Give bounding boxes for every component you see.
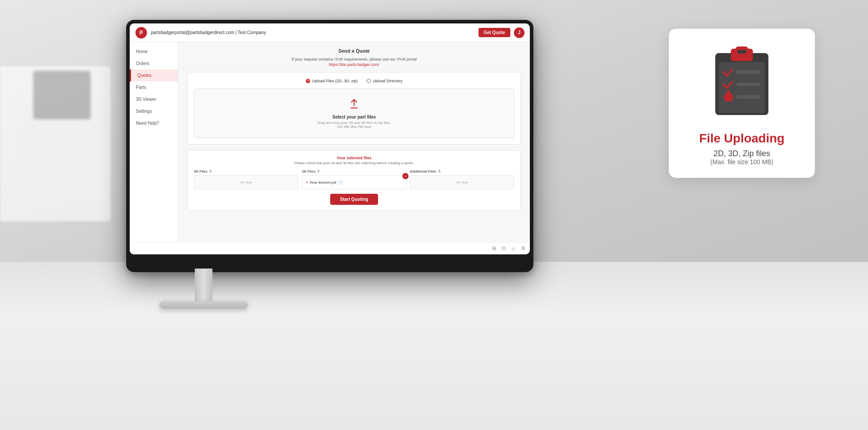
monitor-stand-base [159, 301, 248, 309]
file-chip-2d: + Rear Bracket.pdf 📄 [306, 180, 343, 184]
info-card-title: File Uploading [681, 131, 802, 146]
info-card-subtitle: 2D, 3D, Zip files [681, 149, 802, 158]
svg-rect-12 [737, 95, 760, 99]
header-email: partsbadgerportal@partsbadgerdirect.com [151, 30, 234, 35]
app-container: P partsbadgerportal@partsbadgerdirect.co… [130, 23, 530, 254]
bg-decoration-left2 [22, 111, 106, 199]
sort-additional-icon[interactable]: ⇅ [438, 169, 441, 173]
bg-small-monitor [33, 71, 91, 119]
header-right: Get Quote J [478, 27, 525, 38]
svg-rect-7 [737, 50, 746, 54]
file-slot-2d: + Rear Bracket.pdf 📄 × [302, 175, 406, 189]
clipboard-illustration [706, 42, 777, 122]
header-company-name: Test.Company [238, 30, 266, 35]
upload-section: Upload Files (2D, 3D, zip) Upload Direct… [187, 72, 521, 145]
svg-rect-2 [351, 108, 358, 108]
col-2d-header: 2D Files ⇅ [302, 169, 406, 173]
logo-icon: P [135, 27, 147, 39]
file-remove-button[interactable]: × [402, 173, 409, 179]
drop-zone-subtitle1: Drag and drop your 2D and 3D files or zi… [203, 121, 505, 125]
svg-rect-11 [725, 96, 733, 101]
info-card: File Uploading 2D, 3D, Zip files (Max. f… [669, 29, 815, 178]
sidebar-item-needhelp[interactable]: Need Help? [130, 117, 178, 129]
sidebar-item-settings[interactable]: Settings [130, 105, 178, 117]
col-2d: 2D Files ⇅ + Rear Bracket.pdf 📄 [302, 169, 406, 189]
no-files-3d: No files [240, 180, 252, 184]
upload-options: Upload Files (2D, 3D, zip) Upload Direct… [194, 79, 514, 83]
selected-files-title: Your selected files [194, 156, 514, 160]
file-slot-3d: No files [194, 175, 298, 189]
sidebar-item-quotes[interactable]: Quotes [130, 69, 178, 81]
radio-directory-icon [366, 79, 371, 83]
sort-2d-icon[interactable]: ⇅ [317, 169, 320, 173]
info-card-subtitle2: (Max. file size 100 MB) [681, 158, 802, 165]
monitor-shell: P partsbadgerportal@partsbadgerdirect.co… [126, 20, 533, 272]
selected-files-section: Your selected files Please check that yo… [187, 150, 521, 211]
sort-3d-icon[interactable]: ⇅ [209, 169, 212, 173]
desk-surface [0, 262, 868, 430]
svg-text:P: P [139, 30, 143, 36]
col-3d: 3D Files ⇅ No files [194, 169, 298, 189]
svg-rect-8 [737, 70, 760, 74]
file-2d-doc-icon: 📄 [338, 180, 343, 184]
app-footer: ⊞ ⊡ ☺ ⚙ [130, 242, 530, 254]
header-company: partsbadgerportal@partsbadgerdirect.com … [151, 30, 266, 35]
start-quoting-button[interactable]: Start Quoting [330, 194, 378, 205]
upload-arrow-icon [348, 98, 360, 110]
footer-grid-icon[interactable]: ⊞ [492, 246, 496, 251]
upload-directory-label: Upload Directory [373, 79, 402, 83]
footer-apps-icon[interactable]: ⊡ [502, 246, 505, 251]
svg-rect-9 [737, 83, 760, 86]
app-header: P partsbadgerportal@partsbadgerdirect.co… [130, 23, 530, 42]
page-title: Send a Quote [187, 48, 521, 54]
drop-zone-title: Select your part files [203, 115, 505, 119]
file-2d-name: Rear Bracket.pdf [310, 180, 336, 184]
get-quote-button[interactable]: Get Quote [478, 28, 510, 37]
user-avatar[interactable]: J [514, 27, 525, 38]
upload-directory-option[interactable]: Upload Directory [366, 79, 402, 83]
footer-settings-icon[interactable]: ⚙ [521, 246, 525, 251]
itar-notice: If your request contains ITAR requiremen… [187, 57, 521, 61]
upload-files-label: Upload Files (2D, 3D, zip) [312, 79, 358, 83]
radio-files-icon [306, 79, 310, 83]
header-left: P partsbadgerportal@partsbadgerdirect.co… [135, 27, 266, 39]
sidebar-item-3dviewer[interactable]: 3D Viewer [130, 93, 178, 105]
col-3d-header: 3D Files ⇅ [194, 169, 298, 173]
drop-zone-subtitle2: 100 MB Max File Size [203, 125, 505, 129]
monitor-screen: P partsbadgerportal@partsbadgerdirect.co… [130, 23, 530, 254]
sidebar-item-parts[interactable]: Parts [130, 81, 178, 93]
app-body: Home Orders Quotes Parts 3D Viewer [130, 42, 530, 242]
itar-link[interactable]: https://itar.parts-badger.com/ [187, 62, 521, 67]
files-columns: 3D Files ⇅ No files 2D Files [194, 169, 514, 189]
no-files-additional: No files [456, 180, 468, 184]
sidebar-item-orders[interactable]: Orders [130, 58, 178, 69]
footer-smiley-icon[interactable]: ☺ [511, 246, 516, 251]
upload-files-option[interactable]: Upload Files (2D, 3D, zip) [306, 79, 358, 83]
col-additional: Additional Files ⇅ No files [410, 169, 514, 189]
file-drop-zone[interactable]: Select your part files Drag and drop you… [194, 88, 514, 138]
file-slot-additional: No files [410, 175, 514, 189]
col-additional-header: Additional Files ⇅ [410, 169, 514, 173]
sidebar: Home Orders Quotes Parts 3D Viewer [130, 42, 178, 242]
sidebar-item-home[interactable]: Home [130, 46, 178, 58]
selected-files-subtitle: Please check that your 2d and 3d files a… [194, 161, 514, 165]
main-content: Send a Quote If your request contains IT… [178, 42, 530, 242]
monitor-stand-neck [195, 269, 212, 304]
